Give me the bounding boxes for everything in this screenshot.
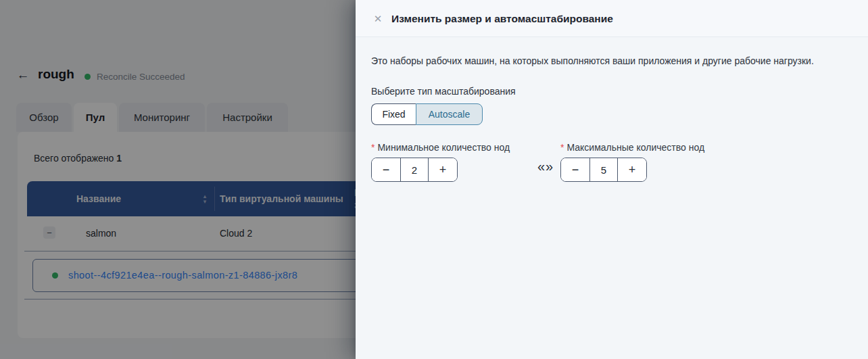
max-decrement-button[interactable]: −: [561, 158, 589, 181]
modal-scrim[interactable]: [0, 0, 356, 359]
required-asterisk: *: [371, 142, 375, 153]
max-nodes-stepper: − 5 +: [560, 158, 647, 182]
max-nodes-label: *Максимальные количество нод: [560, 142, 704, 153]
required-asterisk: *: [560, 142, 564, 153]
resize-autoscale-drawer: ✕ Изменить размер и автомасштабирование …: [356, 0, 868, 359]
drawer-description: Это наборы рабочих машин, на которых вып…: [371, 55, 852, 66]
min-nodes-label: *Минимальное количество нод: [371, 142, 510, 153]
min-nodes-stepper: − 2 +: [371, 158, 458, 182]
max-nodes-input[interactable]: 5: [589, 158, 618, 181]
max-increment-button[interactable]: +: [618, 158, 646, 181]
min-increment-button[interactable]: +: [429, 158, 457, 181]
max-nodes-label-text: Максимальные количество нод: [566, 142, 704, 153]
drawer-title: Изменить размер и автомасштабирование: [391, 13, 613, 25]
min-decrement-button[interactable]: −: [372, 158, 400, 181]
min-nodes-input[interactable]: 2: [400, 158, 429, 181]
min-nodes-label-text: Минимальное количество нод: [377, 142, 510, 153]
scaling-type-label: Выберите тип масштабирования: [371, 86, 516, 97]
scaling-type-toggle: Fixed Autoscale: [371, 103, 483, 125]
range-arrows-icon: «»: [531, 159, 560, 174]
drawer-header: ✕ Изменить размер и автомасштабирование: [356, 0, 868, 37]
toggle-fixed[interactable]: Fixed: [371, 103, 416, 125]
close-icon[interactable]: ✕: [371, 12, 385, 26]
toggle-autoscale[interactable]: Autoscale: [416, 103, 483, 125]
